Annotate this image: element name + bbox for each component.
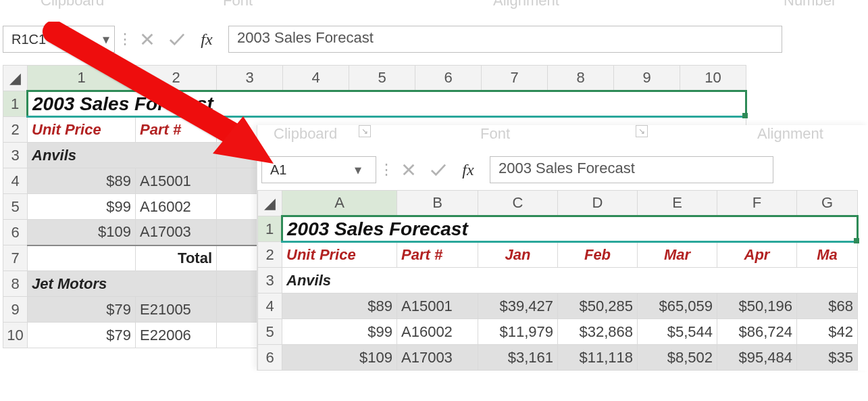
cell[interactable]: A15001 [397,293,478,319]
section-anvils[interactable]: Anvils [28,143,217,168]
select-all-corner[interactable]: ◢ [3,66,28,91]
col-header[interactable]: D [558,191,638,216]
title-cell[interactable]: 2003 Sales Forecast [282,216,858,242]
cell[interactable]: $35 [797,345,858,371]
row-header[interactable]: 3 [3,143,28,168]
row-header[interactable]: 9 [3,297,28,323]
row-header[interactable]: 7 [3,245,28,271]
cell[interactable]: $79 [28,323,136,348]
cell-month-header[interactable]: Ma [797,242,858,268]
dialog-launcher-icon[interactable]: ↘ [359,125,371,137]
col-header[interactable]: F [717,191,797,216]
cell[interactable]: $11,118 [558,345,638,371]
col-header[interactable]: 1 [28,66,136,91]
insert-function-button[interactable]: fx [455,156,482,183]
col-header[interactable]: 8 [548,66,614,91]
spreadsheet-grid-a1[interactable]: ◢ A B C D E F G 1 2003 Sales Forecast 2 … [257,190,868,371]
col-header[interactable]: A [282,191,397,216]
cancel-button[interactable] [395,156,422,183]
row-header[interactable]: 8 [3,271,28,297]
title-cell[interactable]: 2003 Sales Forecast [28,91,746,117]
cancel-button[interactable] [134,26,161,53]
cell[interactable]: $109 [28,220,136,245]
cell[interactable]: $3,161 [478,345,558,371]
col-header[interactable]: E [638,191,717,216]
cell[interactable]: $42 [797,319,858,345]
row-header[interactable]: 6 [3,220,28,245]
select-all-corner[interactable]: ◢ [258,191,282,216]
name-box-dropdown-icon[interactable]: ▾ [98,31,114,47]
cell[interactable]: $99 [282,319,397,345]
total-label[interactable]: Total [136,245,217,271]
col-header[interactable]: 3 [217,66,283,91]
col-header[interactable]: B [397,191,478,216]
cell-unit-price-header[interactable]: Unit Price [282,242,397,268]
name-box-dropdown-icon[interactable]: ▾ [350,162,366,178]
table-row: 5 $99 A16002 $11,979 $32,868 $5,544 $86,… [258,319,858,345]
name-box[interactable]: A1 ▾ [261,156,376,183]
excel-window-r1c1: R1C1 ▾ ⋮ fx 2003 Sales Forecast [3,26,868,53]
col-header[interactable]: 7 [482,66,548,91]
cell[interactable]: A15001 [136,168,217,194]
col-header[interactable]: 4 [283,66,349,91]
row-header[interactable]: 10 [3,323,28,348]
row-header[interactable]: 6 [258,345,282,371]
column-header-row: ◢ 1 2 3 4 5 6 7 8 9 10 [3,66,746,91]
row-header[interactable]: 5 [3,194,28,220]
cell[interactable]: $5,544 [638,319,717,345]
cell[interactable]: $39,427 [478,293,558,319]
cell[interactable]: A16002 [136,194,217,220]
section-jet-motors[interactable]: Jet Motors [28,271,217,297]
cell[interactable]: $65,059 [638,293,717,319]
cell[interactable]: $32,868 [558,319,638,345]
col-header[interactable]: 9 [614,66,680,91]
dialog-launcher-icon[interactable]: ↘ [636,125,648,137]
cell-month-header[interactable]: Apr [717,242,797,268]
cell[interactable]: $79 [28,297,136,323]
row-header[interactable]: 1 [3,91,28,117]
col-header[interactable]: C [478,191,558,216]
cell-part-header[interactable]: Part # [136,117,217,143]
cell[interactable]: $109 [282,345,397,371]
enter-button[interactable] [163,26,190,53]
row-header[interactable]: 1 [258,216,282,242]
col-header[interactable]: 2 [136,66,217,91]
row-header[interactable]: 3 [258,268,282,293]
cell[interactable]: E22006 [136,323,217,348]
formula-bar-input[interactable]: 2003 Sales Forecast [490,156,773,183]
col-header[interactable]: 10 [680,66,746,91]
cell[interactable]: A17003 [136,220,217,245]
cell[interactable]: $99 [28,194,136,220]
name-box[interactable]: R1C1 ▾ [3,26,115,53]
formula-bar-input[interactable]: 2003 Sales Forecast [228,26,782,53]
row-header[interactable]: 2 [258,242,282,268]
col-header[interactable]: G [797,191,858,216]
row-header[interactable]: 5 [258,319,282,345]
cell[interactable]: $86,724 [717,319,797,345]
cell[interactable]: E21005 [136,297,217,323]
row-header[interactable]: 4 [3,168,28,194]
cell[interactable]: $50,196 [717,293,797,319]
cell-month-header[interactable]: Jan [478,242,558,268]
cell[interactable]: $8,502 [638,345,717,371]
cell[interactable]: A16002 [397,319,478,345]
insert-function-button[interactable]: fx [193,26,220,53]
col-header[interactable]: 5 [349,66,415,91]
cell[interactable]: $68 [797,293,858,319]
row-header[interactable]: 4 [258,293,282,319]
cell-month-header[interactable]: Mar [638,242,717,268]
col-header[interactable]: 6 [415,66,482,91]
cell[interactable]: $89 [28,168,136,194]
cell-month-header[interactable]: Feb [558,242,638,268]
row-header[interactable]: 2 [3,117,28,143]
cell-unit-price-header[interactable]: Unit Price [28,117,136,143]
check-icon [430,162,447,177]
cell-part-header[interactable]: Part # [397,242,478,268]
cell[interactable]: $11,979 [478,319,558,345]
cell[interactable]: $89 [282,293,397,319]
enter-button[interactable] [425,156,452,183]
cell[interactable]: A17003 [397,345,478,371]
section-anvils[interactable]: Anvils [282,268,858,293]
cell[interactable]: $50,285 [558,293,638,319]
cell[interactable]: $95,484 [717,345,797,371]
